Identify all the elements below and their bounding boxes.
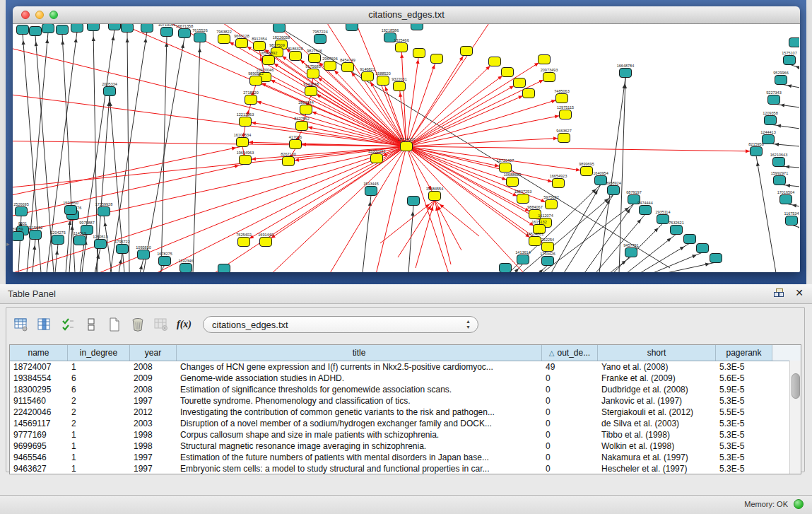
graph-node[interactable] xyxy=(95,240,107,249)
graph-node[interactable] xyxy=(625,248,637,257)
graph-node[interactable] xyxy=(560,110,572,119)
graph-node[interactable] xyxy=(179,29,191,38)
close-window-button[interactable] xyxy=(21,11,30,19)
graph-node[interactable] xyxy=(283,157,295,166)
graph-node[interactable] xyxy=(17,25,29,35)
table-row[interactable]: 969969511998Structural magnetic resonanc… xyxy=(10,440,801,452)
graph-node[interactable] xyxy=(553,179,565,188)
graph-node[interactable] xyxy=(657,215,669,224)
graph-node[interactable] xyxy=(394,82,406,91)
graph-node[interactable] xyxy=(159,257,171,266)
table-row[interactable]: 946554611997Estimation of the future num… xyxy=(10,452,801,463)
graph-node[interactable] xyxy=(180,264,192,273)
graph-node[interactable] xyxy=(411,24,423,30)
graph-node[interactable] xyxy=(581,167,593,176)
column-header-in-degree[interactable]: in_degree xyxy=(68,345,130,361)
graph-node[interactable] xyxy=(52,235,64,245)
table-selector-dropdown[interactable]: citations_edges.txt ▲▼ xyxy=(203,316,478,333)
graph-node[interactable] xyxy=(365,187,377,196)
graph-node[interactable] xyxy=(307,69,319,78)
table-row[interactable]: 977716911998Corpus callosum shape and si… xyxy=(10,429,801,440)
graph-node[interactable] xyxy=(250,76,262,86)
table-row[interactable]: 2242004622012Investigating the contribut… xyxy=(10,407,801,418)
table-settings-icon[interactable] xyxy=(12,316,30,333)
graph-node[interactable] xyxy=(608,186,620,195)
graph-node[interactable] xyxy=(514,78,526,88)
graph-node[interactable] xyxy=(786,216,798,226)
graph-node[interactable] xyxy=(408,197,420,206)
graph-node[interactable] xyxy=(324,62,336,71)
select-rows-icon[interactable] xyxy=(59,316,77,333)
graph-node[interactable] xyxy=(238,238,250,247)
graph-node[interactable] xyxy=(396,43,408,52)
table-row[interactable]: 1830029562008Estimation of significance … xyxy=(10,384,801,395)
graph-node[interactable] xyxy=(314,35,326,44)
network-svg[interactable]: 2405572206914061065528715276502946616010… xyxy=(13,24,799,272)
graph-node[interactable] xyxy=(300,105,312,115)
graph-node[interactable] xyxy=(431,54,443,64)
graph-hub-node[interactable] xyxy=(401,142,413,151)
graph-node[interactable] xyxy=(558,134,570,143)
graph-node[interactable] xyxy=(296,122,308,131)
graph-node[interactable] xyxy=(413,49,425,58)
graph-node[interactable] xyxy=(556,94,568,103)
table-row[interactable]: 1872400712008Changes of HCN gene express… xyxy=(10,361,801,373)
graph-node[interactable] xyxy=(640,206,652,215)
graph-node[interactable] xyxy=(789,38,800,47)
graph-node[interactable] xyxy=(263,56,275,65)
graph-node[interactable] xyxy=(240,156,252,165)
delete-table-icon[interactable] xyxy=(129,316,147,333)
graph-node[interactable] xyxy=(245,95,257,105)
graph-node[interactable] xyxy=(362,72,374,81)
graph-node[interactable] xyxy=(697,244,709,253)
column-header-year[interactable]: year xyxy=(130,345,177,361)
graph-node[interactable] xyxy=(773,158,785,167)
graph-node[interactable] xyxy=(290,52,302,61)
graph-node[interactable] xyxy=(489,57,501,66)
graph-node[interactable] xyxy=(765,116,777,125)
table-scrollbar[interactable] xyxy=(789,361,801,474)
float-panel-icon[interactable] xyxy=(774,288,784,298)
graph-node[interactable] xyxy=(74,236,86,245)
graph-node[interactable] xyxy=(141,24,153,33)
graph-node[interactable] xyxy=(42,24,54,33)
graph-node[interactable] xyxy=(88,24,100,31)
graph-node[interactable] xyxy=(500,163,512,173)
table-row[interactable]: 911546021997Tourette syndrome. Phenomeno… xyxy=(10,395,801,407)
graph-node[interactable] xyxy=(371,154,383,163)
graph-node[interactable] xyxy=(237,138,249,147)
graph-node[interactable] xyxy=(305,87,317,96)
new-file-icon[interactable] xyxy=(105,316,124,333)
graph-node[interactable] xyxy=(30,230,42,240)
hide-panel-arrow[interactable]: ▸ xyxy=(6,240,10,247)
graph-node[interactable] xyxy=(122,24,134,33)
row-height-icon[interactable] xyxy=(82,316,100,333)
table-row[interactable]: 946362711997Embryonic stem cells: a mode… xyxy=(10,463,801,474)
graph-node[interactable] xyxy=(517,194,529,204)
graph-node[interactable] xyxy=(309,54,321,63)
graph-node[interactable] xyxy=(684,235,696,244)
graph-node[interactable] xyxy=(98,207,110,216)
graph-node[interactable] xyxy=(260,238,272,247)
graph-node[interactable] xyxy=(57,25,69,35)
column-header-short[interactable]: short xyxy=(598,345,716,361)
graph-node[interactable] xyxy=(529,237,541,246)
graph-node[interactable] xyxy=(65,206,77,215)
graph-node[interactable] xyxy=(461,47,473,56)
graph-node[interactable] xyxy=(273,24,286,33)
table-row[interactable]: 1938455462009Genome-wide association stu… xyxy=(10,373,801,384)
graph-node[interactable] xyxy=(16,207,28,216)
graph-node[interactable] xyxy=(595,176,607,185)
graph-node[interactable] xyxy=(71,24,83,33)
graph-node[interactable] xyxy=(429,192,441,201)
graph-node[interactable] xyxy=(774,176,786,185)
graph-node[interactable] xyxy=(751,147,763,156)
graph-node[interactable] xyxy=(194,33,206,42)
graph-node[interactable] xyxy=(775,76,787,85)
close-panel-icon[interactable]: ✕ xyxy=(795,287,804,298)
graph-node[interactable] xyxy=(542,243,554,252)
graph-node[interactable] xyxy=(671,226,683,235)
graph-node[interactable] xyxy=(620,69,632,78)
scrollbar-thumb[interactable] xyxy=(792,373,800,399)
graph-node[interactable] xyxy=(218,264,230,273)
